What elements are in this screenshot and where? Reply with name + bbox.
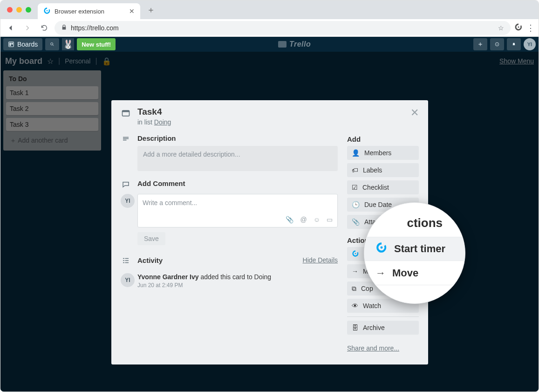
- info-button[interactable]: [490, 38, 504, 50]
- labels-icon: 🏷: [352, 166, 358, 174]
- clockify-extension-icon[interactable]: [514, 23, 523, 33]
- members-icon: 👤: [352, 149, 360, 157]
- archive-icon: 🗄: [352, 324, 358, 331]
- close-tab-icon[interactable]: ✕: [129, 7, 135, 15]
- activity-avatar: YI: [121, 273, 135, 287]
- notifications-button[interactable]: [507, 38, 521, 50]
- list-link[interactable]: Doing: [154, 118, 171, 126]
- clockify-icon: [375, 241, 388, 256]
- address-bar[interactable]: https://trello.com ☆: [55, 21, 511, 35]
- minimize-window-button[interactable]: [16, 7, 22, 13]
- lock-icon: [61, 24, 67, 32]
- attachment-icon: 📎: [352, 218, 360, 226]
- bookmark-star-icon[interactable]: ☆: [498, 24, 504, 32]
- checklist-icon: ☑: [352, 184, 358, 191]
- activity-timestamp: Jun 20 at 2:49 PM: [137, 282, 271, 289]
- header-search-button[interactable]: [45, 38, 59, 50]
- description-label: Description: [137, 134, 338, 142]
- chrome-menu-button[interactable]: ⋮: [526, 23, 535, 33]
- svg-point-9: [355, 253, 356, 254]
- mention-icon[interactable]: @: [300, 216, 307, 223]
- svg-point-1: [518, 26, 519, 28]
- chrome-tab-bar: Browser extension ✕ ＋: [0, 0, 539, 19]
- create-button[interactable]: ＋: [473, 38, 487, 50]
- copy-icon: ⧉: [352, 285, 356, 293]
- user-avatar[interactable]: YI: [524, 38, 536, 50]
- emoji-icon[interactable]: ☺: [314, 216, 320, 223]
- eye-icon: 👁: [352, 302, 358, 309]
- boards-button[interactable]: Boards: [3, 38, 42, 50]
- comment-input[interactable]: Write a comment... 📎 @ ☺ ▭: [137, 194, 338, 227]
- card-icon: [121, 107, 131, 118]
- new-tab-button[interactable]: ＋: [147, 4, 155, 15]
- browser-window: Browser extension ✕ ＋ https://trello.com…: [0, 0, 539, 392]
- url-text: https://trello.com: [71, 24, 119, 32]
- mascot-icon: 🐰: [62, 38, 74, 50]
- description-icon: [121, 134, 131, 171]
- clock-icon: 🕒: [352, 201, 360, 208]
- svg-rect-2: [9, 42, 14, 47]
- svg-rect-3: [10, 43, 11, 46]
- attach-icon[interactable]: 📎: [286, 216, 293, 223]
- add-section-label: Add: [347, 135, 419, 143]
- arrow-right-icon: →: [352, 268, 358, 275]
- activity-icon: [121, 255, 131, 265]
- members-button[interactable]: 👤Members: [347, 146, 419, 160]
- checklist-button[interactable]: ☑Checklist: [347, 180, 419, 194]
- arrow-right-icon: →: [375, 267, 386, 279]
- archive-button[interactable]: 🗄Archive: [347, 321, 419, 335]
- maximize-window-button[interactable]: [26, 7, 31, 13]
- boards-label: Boards: [17, 41, 38, 48]
- save-comment-button[interactable]: Save: [137, 232, 165, 245]
- activity-entry: Yvonne Gardner Ivy added this card to Do…: [137, 273, 271, 281]
- share-link[interactable]: Share and more...: [347, 344, 399, 352]
- svg-point-0: [47, 10, 48, 11]
- close-window-button[interactable]: [7, 7, 13, 13]
- card-picker-icon[interactable]: ▭: [327, 216, 333, 223]
- svg-point-10: [381, 247, 383, 249]
- card-title[interactable]: Task4: [137, 107, 171, 117]
- address-bar-row: https://trello.com ☆ ⋮: [0, 19, 539, 37]
- zoom-move-button[interactable]: → Move: [364, 261, 465, 285]
- window-controls: [4, 7, 38, 13]
- trello-app: Boards 🐰 New stuff! Trello ＋ YI My board…: [0, 37, 539, 392]
- close-modal-button[interactable]: ✕: [410, 107, 419, 119]
- zoom-callout: ctions Start timer → Move: [364, 202, 465, 304]
- commenter-avatar: YI: [121, 194, 135, 208]
- activity-label: Activity: [137, 256, 163, 264]
- clockify-icon: [352, 250, 359, 259]
- hide-details-link[interactable]: Hide Details: [303, 256, 338, 264]
- forward-button[interactable]: [21, 21, 34, 34]
- card-subtitle: in list Doing: [137, 118, 171, 126]
- clockify-icon: [43, 7, 51, 16]
- svg-rect-4: [12, 43, 13, 45]
- svg-point-5: [51, 43, 53, 45]
- board-glyph-icon: [278, 41, 287, 48]
- trello-header: Boards 🐰 New stuff! Trello ＋ YI: [0, 37, 539, 52]
- reload-button[interactable]: [38, 21, 51, 34]
- zoom-start-timer-button[interactable]: Start timer: [364, 237, 465, 261]
- zoom-actions-label: ctions: [364, 216, 465, 230]
- trello-logo[interactable]: Trello: [278, 40, 311, 48]
- description-input[interactable]: Add a more detailed description...: [137, 146, 338, 171]
- browser-tab[interactable]: Browser extension ✕: [38, 3, 140, 19]
- new-stuff-badge[interactable]: New stuff!: [77, 38, 116, 50]
- labels-button[interactable]: 🏷Labels: [347, 163, 419, 177]
- svg-rect-8: [123, 110, 130, 112]
- tab-title: Browser extension: [55, 8, 104, 15]
- comment-icon: [121, 179, 131, 191]
- comment-label: Add Comment: [137, 179, 338, 187]
- back-button[interactable]: [4, 21, 17, 34]
